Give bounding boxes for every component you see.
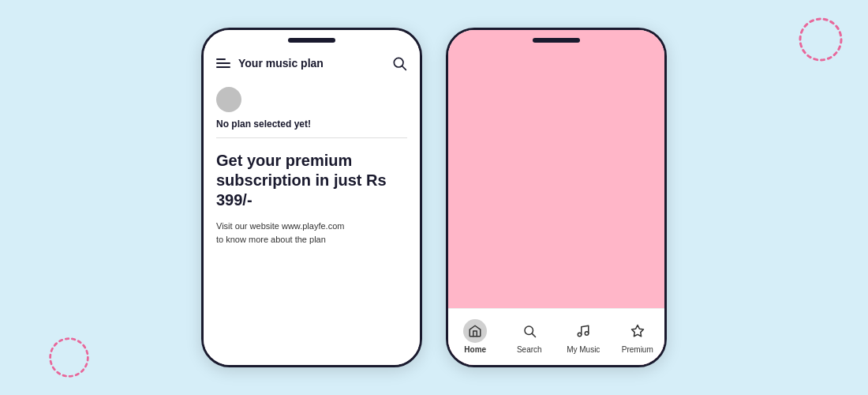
header-left: Your music plan	[216, 57, 324, 70]
premium-icon	[626, 319, 649, 343]
home-icon-bg	[463, 319, 487, 343]
svg-line-3	[402, 66, 406, 70]
svg-line-5	[532, 333, 535, 337]
avatar	[216, 87, 241, 112]
phones-container: Your music plan No plan selected yet! Ge…	[201, 28, 667, 367]
search-nav-icon	[518, 319, 541, 343]
nav-label-my-music: My Music	[567, 345, 600, 354]
my-music-icon	[571, 319, 595, 343]
svg-point-1	[51, 339, 88, 377]
promo-subtext: Visit our website www.playfe.comto know …	[216, 220, 407, 246]
svg-point-7	[586, 331, 589, 335]
phone-right-content: Home Search	[448, 30, 664, 365]
promo-heading: Get your premium subscription in just Rs…	[216, 151, 407, 210]
bottom-navigation: Home Search	[448, 308, 664, 365]
nav-item-search[interactable]: Search	[503, 319, 557, 354]
no-plan-label: No plan selected yet!	[216, 118, 407, 130]
phone-left: Your music plan No plan selected yet! Ge…	[201, 28, 422, 367]
nav-label-premium: Premium	[622, 345, 653, 354]
deco-circle-topright	[797, 16, 844, 63]
pink-content-area	[448, 30, 664, 308]
svg-point-6	[578, 333, 582, 337]
nav-item-my-music[interactable]: My Music	[556, 319, 611, 354]
phone-left-body: No plan selected yet! Get your premium s…	[204, 81, 420, 365]
hamburger-icon[interactable]	[216, 58, 230, 68]
phone-right: Home Search	[446, 28, 667, 367]
page-title: Your music plan	[238, 57, 324, 70]
divider	[216, 137, 407, 138]
nav-label-home: Home	[464, 345, 486, 354]
nav-item-home[interactable]: Home	[448, 319, 503, 354]
nav-item-premium[interactable]: Premium	[611, 319, 665, 354]
search-button[interactable]	[391, 55, 407, 71]
phone-left-header: Your music plan	[204, 30, 420, 81]
deco-circle-bottomleft	[47, 336, 91, 379]
svg-marker-8	[631, 325, 643, 336]
nav-label-search: Search	[517, 345, 542, 354]
svg-point-0	[800, 19, 841, 60]
phone-left-content: Your music plan No plan selected yet! Ge…	[204, 30, 420, 365]
